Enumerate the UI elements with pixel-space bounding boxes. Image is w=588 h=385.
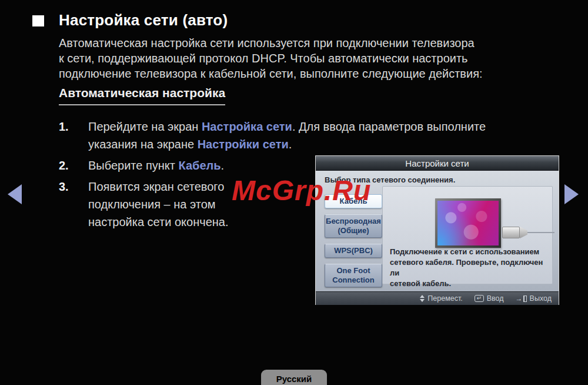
step-text-segment: Выберите пункт bbox=[88, 159, 179, 172]
tv-settings-screenshot: Настройки сети Выбор типа сетевого соеди… bbox=[315, 155, 559, 305]
dialog-subtitle: Выбор типа сетевого соединения. bbox=[325, 175, 455, 184]
one-foot-connection-button: One Foot Connection bbox=[325, 264, 382, 287]
tv-illustration bbox=[435, 198, 501, 248]
connection-description: Подключение к сети с использованием сете… bbox=[390, 247, 552, 289]
step-number: 1. bbox=[59, 118, 88, 153]
step-number: 2. bbox=[59, 157, 88, 174]
step-text: Выберите пункт Кабель. bbox=[88, 157, 224, 174]
step-text-segment: . Для ввода параметров выполните bbox=[292, 120, 486, 133]
dialog-key-hints-bar: Перемест. ↵ Ввод → Выход bbox=[316, 291, 559, 305]
hint-label: Перемест. bbox=[427, 294, 462, 303]
move-icon bbox=[420, 295, 425, 302]
menu-reference: Кабель bbox=[179, 159, 221, 172]
section-subheading: Автоматическая настройка bbox=[59, 86, 225, 105]
description-line: сетевого кабеля. Проверьте, подключен ли bbox=[390, 258, 543, 277]
hint-exit: → Выход bbox=[516, 294, 552, 303]
step-text-segment: настройка сети окончена. bbox=[88, 215, 229, 228]
wps-pbc-button: WPS(PBC) bbox=[325, 244, 382, 258]
left-arrow-icon[interactable] bbox=[8, 184, 22, 204]
tv-screen-graphic bbox=[437, 201, 499, 245]
menu-reference: Настройки сети bbox=[198, 138, 289, 151]
intro-line: Автоматическая настройка сети использует… bbox=[59, 35, 483, 51]
dialog-title-bar: Настройки сети bbox=[316, 156, 559, 171]
step-text: Перейдите на экран Настройка сети. Для в… bbox=[88, 118, 486, 153]
intro-line: подключение телевизора к кабельной сети,… bbox=[59, 66, 483, 81]
step-text-segment: Перейдите на экран bbox=[88, 120, 202, 133]
hint-label: Ввод bbox=[487, 294, 504, 303]
hint-label: Выход bbox=[530, 294, 552, 303]
page-title: Настройка сети (авто) bbox=[59, 11, 228, 29]
intro-paragraph: Автоматическая настройка сети использует… bbox=[59, 35, 483, 81]
dialog-info-panel: Подключение к сети с использованием сете… bbox=[382, 186, 553, 284]
step-number: 3. bbox=[59, 178, 88, 231]
connection-type-buttons: Кабель Беспроводная (Общие) WPS(PBC) One… bbox=[325, 194, 382, 287]
step-text: Появится экран сетевогоподключения – на … bbox=[88, 178, 229, 231]
step-text-segment: указания на экране bbox=[88, 138, 198, 151]
step-text-segment: . bbox=[221, 159, 225, 172]
step-text-segment: Появится экран сетевого bbox=[88, 180, 224, 193]
description-line: Подключение к сети с использованием bbox=[390, 247, 539, 256]
description-line: сетевой кабель. bbox=[390, 279, 451, 288]
intro-line: к сети, поддерживающей протокол DHCP. Чт… bbox=[59, 51, 483, 66]
step-text-segment: . bbox=[289, 138, 292, 151]
enter-icon: ↵ bbox=[475, 295, 484, 302]
language-tab-russian[interactable]: Русский bbox=[261, 370, 327, 385]
cable-button: Кабель bbox=[325, 194, 382, 208]
manual-page: Настройка сети (авто) Автоматическая нас… bbox=[0, 0, 588, 385]
step-text-segment: подключения – на этом bbox=[88, 198, 216, 211]
ethernet-cable-icon bbox=[502, 227, 554, 238]
hint-move: Перемест. bbox=[420, 294, 462, 303]
wireless-button: Беспроводная (Общие) bbox=[325, 214, 382, 238]
right-arrow-icon[interactable] bbox=[564, 184, 579, 204]
menu-reference: Настройка сети bbox=[202, 120, 292, 133]
square-bullet-icon bbox=[32, 15, 44, 26]
hint-enter: ↵ Ввод bbox=[475, 294, 504, 303]
exit-icon: → bbox=[516, 294, 527, 303]
list-item: 1. Перейдите на экран Настройка сети. Дл… bbox=[59, 118, 486, 153]
dialog-body: Выбор типа сетевого соединения. Кабель Б… bbox=[316, 171, 559, 291]
